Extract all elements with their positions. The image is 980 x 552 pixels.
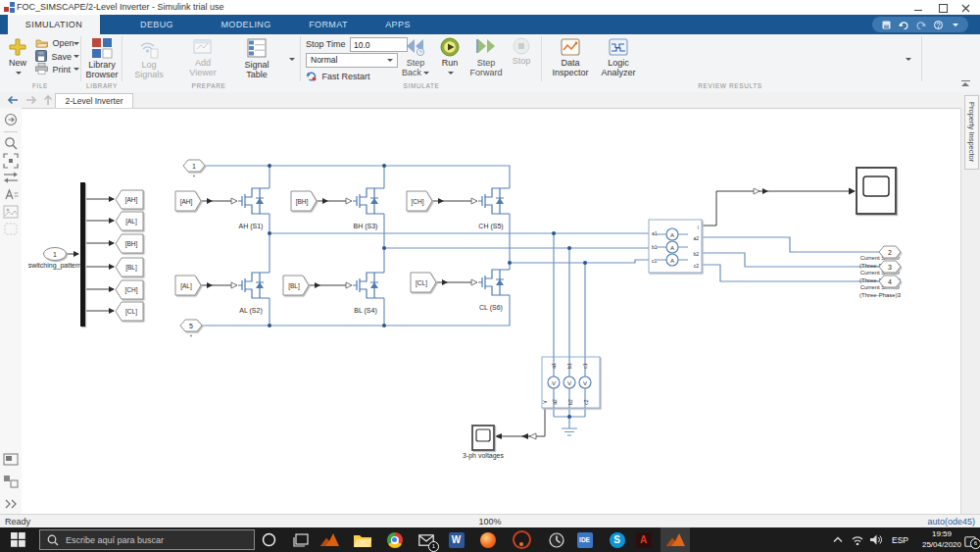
goto-tags[interactable]: [AH] [AL] [BH] [BL] [CH] [CL] (116, 190, 143, 321)
mosfet-blocks[interactable]: AH (S1) BH (S3) CH (S5) AL (S2) BL (S4) … (238, 188, 510, 315)
wifi-icon[interactable] (851, 534, 864, 545)
step-forward-label: Step Forward (467, 59, 505, 77)
review-gallery-dropdown[interactable] (904, 54, 911, 64)
chrome-icon[interactable] (384, 529, 405, 550)
tab-modeling[interactable]: MODELING (204, 15, 288, 34)
svg-text:[BH]: [BH] (296, 198, 309, 206)
mail-icon[interactable]: 1 (416, 529, 436, 550)
up-icon[interactable] (43, 94, 53, 106)
signal-wires[interactable] (67, 191, 849, 436)
collapse-ribbon-button[interactable] (961, 80, 970, 86)
logic-analyzer-button[interactable]: Logic Analyzer (596, 36, 641, 77)
viewmark-icon[interactable] (3, 453, 19, 466)
print-button[interactable]: Print (35, 63, 80, 75)
connection-port-2[interactable]: 2 (879, 246, 901, 258)
save-button[interactable]: Save (35, 50, 80, 63)
task-view-icon[interactable] (290, 529, 311, 550)
clock-icon[interactable] (546, 529, 566, 550)
model-browser-icon[interactable] (3, 475, 19, 488)
media-player-icon[interactable] (512, 529, 532, 550)
ide-icon[interactable]: IDE (574, 529, 595, 550)
connection-port-5[interactable]: 5 (180, 320, 202, 336)
connection-port-3[interactable]: 3 (879, 261, 901, 273)
print-icon (35, 63, 48, 75)
step-forward-button[interactable]: Step Forward (467, 36, 505, 77)
image-icon[interactable] (3, 205, 19, 219)
tab-format[interactable]: FORMAT (296, 15, 361, 34)
cortana-icon[interactable] (259, 529, 279, 550)
fast-restart-label: Fast Restart (322, 72, 370, 81)
group-label-simulate: SIMULATE (404, 82, 440, 89)
annotation-icon[interactable] (3, 187, 19, 202)
connection-port-1[interactable]: 1 (183, 160, 205, 176)
signal-table-button[interactable]: Signal Table (235, 36, 278, 79)
zoom-icon[interactable] (3, 135, 19, 151)
matlab-active-icon[interactable] (661, 527, 690, 552)
stop-button[interactable]: Stop (507, 36, 536, 67)
dropdown-icon[interactable] (953, 24, 958, 26)
svg-text:a1: a1 (551, 363, 557, 369)
svg-text:4: 4 (888, 278, 892, 285)
tab-debug[interactable]: DEBUG (118, 15, 196, 34)
redo-icon[interactable] (916, 21, 926, 29)
close-button[interactable] (955, 1, 976, 14)
from-tags[interactable]: [AH] [BH] [CH] [AL] [BL] [CL] (175, 191, 436, 295)
svg-text:BL (S4): BL (S4) (354, 307, 376, 315)
language-indicator[interactable]: ESP (892, 535, 908, 545)
word-icon[interactable]: W (446, 529, 466, 550)
current-sensor-block[interactable]: A A A a1 b1 c1 I a2 b2 c2 (649, 220, 702, 273)
notification-center-icon[interactable]: 6 (964, 533, 977, 545)
firefox-icon[interactable] (477, 529, 498, 550)
prepare-gallery-dropdown[interactable] (287, 54, 295, 64)
more-chevrons-icon[interactable] (4, 498, 18, 510)
minimize-button[interactable] (907, 1, 929, 14)
library-browser-button[interactable]: Library Browser (84, 36, 120, 79)
search-icon (47, 534, 59, 546)
speaker-icon[interactable] (870, 534, 883, 545)
library-browser-label: Library Browser (84, 61, 120, 79)
run-button[interactable]: Run (435, 36, 465, 77)
save-icon[interactable] (882, 21, 891, 29)
forward-icon[interactable] (25, 95, 38, 105)
voltmeter-icon: V (552, 380, 556, 386)
scope-block[interactable] (857, 168, 896, 214)
tab-simulation[interactable]: SIMULATION (8, 15, 100, 34)
log-signals-button[interactable]: Log Signals (127, 36, 171, 79)
maximize-button[interactable] (932, 1, 954, 14)
acrobat-icon[interactable]: A (633, 529, 654, 550)
hide-navigator-icon[interactable] (3, 112, 19, 127)
new-label: New (3, 59, 32, 69)
clock-tray[interactable]: 19:59 25/04/2020 (917, 529, 966, 550)
solver-indicator[interactable]: auto(ode45) (927, 517, 975, 527)
voltage-sensor-block[interactable]: V V V a1 b1 c1 V a2 b2 c2 (542, 357, 600, 408)
start-icon[interactable] (8, 529, 28, 550)
search-input[interactable] (64, 530, 252, 549)
inport-switching-pattern[interactable]: 1 switching_pattern (28, 248, 82, 271)
step-back-button[interactable]: Step Back (398, 36, 433, 77)
fit-view-icon[interactable] (3, 153, 19, 169)
property-inspector-tab[interactable]: Property Inspector (964, 95, 979, 170)
model-canvas[interactable]: 1 switching_pattern [AH] [AL] [BH] [BL] … (22, 108, 960, 515)
data-inspector-button[interactable]: Data Inspector (549, 36, 592, 77)
route-icon[interactable] (3, 171, 19, 184)
back-icon[interactable] (6, 95, 19, 105)
taskbar-search[interactable] (39, 529, 255, 550)
help-icon[interactable] (934, 21, 943, 29)
tab-apps[interactable]: APPS (368, 15, 427, 34)
matlab-icon[interactable] (319, 529, 340, 550)
skype-icon[interactable]: S (607, 529, 627, 550)
demux-block[interactable] (80, 182, 85, 326)
svg-text:AL (S2): AL (S2) (239, 307, 262, 315)
open-button[interactable]: Open (35, 37, 80, 50)
file-explorer-icon[interactable] (352, 529, 372, 550)
sim-mode-select[interactable]: Normal (306, 53, 398, 68)
fast-restart-button[interactable]: Fast Restart (306, 71, 370, 81)
undo-icon[interactable] (899, 21, 908, 29)
connection-port-4[interactable]: 4 (879, 276, 901, 287)
tray-expand-icon[interactable] (833, 536, 843, 543)
voltages-scope-block[interactable]: 3-ph voltages (463, 426, 505, 460)
new-button[interactable]: New (3, 36, 32, 77)
add-viewer-button[interactable]: Add Viewer (181, 36, 224, 77)
document-tab[interactable]: 2-Level Inverter (55, 93, 133, 109)
area-icon[interactable] (4, 223, 18, 235)
